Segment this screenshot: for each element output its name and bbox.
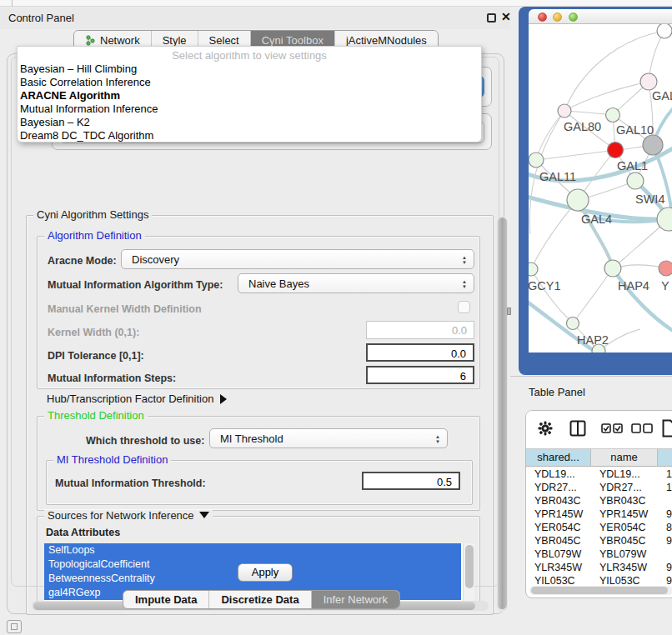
threshold-definition-group: Threshold Definition Which threshold to … bbox=[37, 416, 480, 511]
select-all-columns-icon[interactable] bbox=[601, 423, 623, 433]
node-gal-cut[interactable] bbox=[640, 73, 657, 90]
tab-impute-data[interactable]: Impute Data bbox=[123, 591, 208, 608]
node[interactable] bbox=[657, 24, 672, 38]
column-header-partial[interactable] bbox=[658, 449, 672, 466]
node-hap4[interactable] bbox=[604, 260, 621, 277]
table-row[interactable]: YPR145WYPR145W9. bbox=[526, 508, 672, 521]
dropdown-item[interactable]: Basic Correlation Inference bbox=[18, 76, 481, 89]
window-close-icon[interactable] bbox=[538, 12, 547, 22]
table-panel-divider bbox=[510, 376, 672, 377]
edge bbox=[564, 31, 664, 111]
dropdown-item[interactable]: Bayesian – Hill Climbing bbox=[18, 62, 481, 76]
settings-vertical-scrollbar[interactable] bbox=[497, 217, 508, 612]
dpi-tolerance-field[interactable]: 0.0 bbox=[366, 343, 474, 362]
scrollbar-thumb[interactable] bbox=[465, 545, 474, 588]
tab-network-label: Network bbox=[100, 34, 140, 47]
table-row[interactable]: YBL079WYBL079W bbox=[526, 548, 672, 561]
node-label: GAL4 bbox=[581, 212, 612, 226]
node-gal80[interactable] bbox=[558, 104, 571, 118]
aracne-mode-combo[interactable]: Discovery ▲▼ bbox=[121, 249, 474, 269]
manual-kernel-label: Manual Kernel Width Definition bbox=[48, 303, 202, 315]
apply-button[interactable]: Apply bbox=[238, 563, 293, 582]
tab-infer-network[interactable]: Infer Network bbox=[311, 591, 399, 608]
table-horizontal-scrollbar[interactable] bbox=[529, 586, 672, 595]
combo-spinner-icon: ▲▼ bbox=[433, 431, 443, 448]
column-header-name[interactable]: name bbox=[591, 449, 658, 466]
export-table-icon[interactable] bbox=[662, 419, 672, 438]
edge bbox=[564, 82, 649, 111]
node-label: SWI4 bbox=[635, 192, 664, 206]
which-threshold-combo[interactable]: MI Threshold ▲▼ bbox=[209, 428, 448, 448]
edge bbox=[531, 200, 578, 269]
window-minimize-icon[interactable] bbox=[553, 12, 562, 22]
dropdown-item[interactable]: Dream8 DC_TDC Algorithm bbox=[18, 129, 481, 142]
scrollbar-thumb[interactable] bbox=[498, 218, 507, 609]
mi-type-combo[interactable]: Naive Bayes ▲▼ bbox=[238, 273, 474, 293]
node-gal4[interactable] bbox=[567, 189, 589, 211]
table-row[interactable]: YDL19...YDL19...13 bbox=[526, 468, 672, 481]
table-toolbar bbox=[526, 411, 672, 448]
edge bbox=[573, 268, 613, 323]
settings-group-title: Cyni Algorithm Settings bbox=[33, 209, 152, 221]
mi-threshold-definition-title: MI Threshold Definition bbox=[53, 454, 171, 466]
table-row[interactable]: YER054CYER054C8. bbox=[526, 521, 672, 534]
app-top-strip bbox=[0, 0, 672, 7]
mi-steps-field[interactable]: 6 bbox=[366, 366, 474, 384]
which-threshold-label: Which threshold to use: bbox=[86, 435, 204, 447]
table-row[interactable]: YLR345WYLR345W9. bbox=[526, 561, 672, 574]
list-item[interactable]: SelfLoops bbox=[44, 543, 461, 558]
node-swi4[interactable] bbox=[627, 172, 644, 189]
node-gal10[interactable] bbox=[606, 108, 620, 122]
manual-kernel-checkbox[interactable] bbox=[458, 301, 470, 313]
combo-spinner-icon: ▲▼ bbox=[459, 276, 469, 292]
node-selected-red[interactable] bbox=[608, 142, 624, 158]
node-y[interactable] bbox=[659, 261, 672, 276]
table-row[interactable]: YBR045CYBR045C9. bbox=[526, 534, 672, 548]
network-window-titlebar[interactable] bbox=[529, 9, 672, 24]
collapse-right-icon bbox=[220, 394, 227, 404]
split-columns-icon[interactable] bbox=[569, 420, 586, 437]
deselect-all-columns-icon[interactable] bbox=[631, 423, 653, 433]
table-row[interactable]: YDR27...YDR27...12 bbox=[526, 481, 672, 494]
edge bbox=[536, 150, 615, 160]
threshold-definition-title: Threshold Definition bbox=[44, 410, 148, 422]
dropdown-item[interactable]: Bayesian – K2 bbox=[18, 116, 481, 129]
mi-threshold-label: Mutual Information Threshold: bbox=[55, 478, 206, 489]
algorithm-definition-group: Algorithm Definition Aracne Mode: Discov… bbox=[37, 236, 480, 389]
mi-type-label: Mutual Information Algorithm Type: bbox=[48, 279, 223, 291]
close-icon[interactable]: ✕ bbox=[501, 10, 511, 23]
tab-discretize-data[interactable]: Discretize Data bbox=[208, 591, 310, 608]
node-gcy1[interactable] bbox=[529, 262, 538, 276]
sources-group-title[interactable]: Sources for Network Inference bbox=[44, 510, 213, 522]
node-label: HAP4 bbox=[618, 279, 649, 292]
node-label: GAL1 bbox=[617, 159, 648, 172]
float-panel-icon[interactable] bbox=[487, 13, 496, 22]
node-gal1[interactable] bbox=[643, 135, 663, 155]
dropdown-item[interactable]: Mutual Information Inference bbox=[18, 102, 481, 116]
table-row[interactable]: YIL053CYIL053C9 bbox=[526, 574, 672, 584]
table-body[interactable]: YDL19...YDL19...13 YDR27...YDR27...12 YB… bbox=[526, 468, 672, 584]
network-canvas[interactable]: GAL GAL80 GAL10 GAL1 GAL11 SWI4 GAL4 GCY… bbox=[529, 24, 672, 352]
dock-panel-button[interactable] bbox=[7, 620, 22, 633]
list-vertical-scrollbar[interactable] bbox=[463, 543, 474, 602]
dropdown-item-selected[interactable]: ARACNE Algorithm bbox=[18, 89, 481, 102]
node-gal11[interactable] bbox=[529, 152, 544, 168]
control-panel-titlebar: Control Panel ✕ bbox=[0, 8, 510, 29]
table-header-row: shared... name bbox=[526, 448, 672, 467]
window-zoom-icon[interactable] bbox=[569, 12, 578, 22]
hub-definition-header[interactable]: Hub/Transcription Factor Definition bbox=[47, 392, 227, 405]
scrollbar-thumb[interactable] bbox=[531, 587, 668, 594]
node-label: GAL bbox=[652, 89, 672, 102]
network-graph: GAL GAL80 GAL10 GAL1 GAL11 SWI4 GAL4 GCY… bbox=[529, 24, 672, 352]
control-panel-title: Control Panel bbox=[8, 12, 74, 24]
column-header-shared-name[interactable]: shared... bbox=[526, 449, 591, 466]
node-hap2[interactable] bbox=[567, 318, 579, 330]
table-panel: shared... name YDL19...YDL19...13 YDR27.… bbox=[525, 410, 672, 598]
mi-threshold-field[interactable]: 0.5 bbox=[362, 472, 460, 490]
gear-icon[interactable] bbox=[538, 421, 553, 436]
mi-threshold-definition-group: MI Threshold Definition Mutual Informati… bbox=[46, 460, 473, 505]
kernel-width-field[interactable]: 0.0 bbox=[366, 321, 474, 339]
edge bbox=[531, 269, 573, 323]
table-row[interactable]: YBR043CYBR043C bbox=[526, 494, 672, 508]
panel-splitter-handle[interactable] bbox=[507, 308, 511, 315]
